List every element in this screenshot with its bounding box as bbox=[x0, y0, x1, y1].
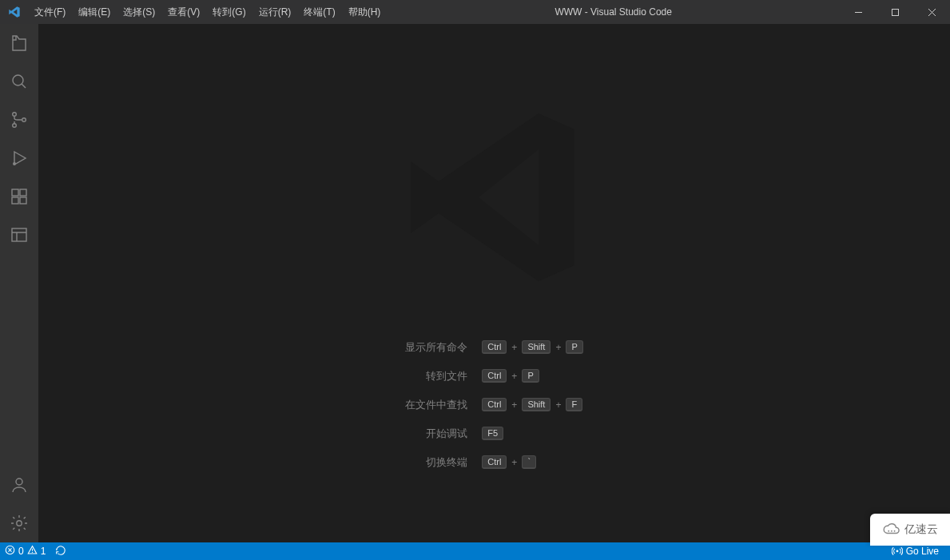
vscode-logo-icon bbox=[0, 6, 28, 18]
cloud-icon bbox=[882, 522, 900, 538]
shortcut-keys: Ctrl+Shift+P bbox=[482, 340, 583, 354]
go-live-label: Go Live bbox=[906, 546, 939, 557]
svg-point-2 bbox=[13, 113, 17, 117]
shortcut-label: 开始调试 bbox=[405, 427, 467, 441]
key: F5 bbox=[482, 427, 503, 440]
menu-go[interactable]: 转到(G) bbox=[206, 0, 252, 24]
svg-rect-6 bbox=[12, 189, 18, 196]
shortcut-label: 在文件中查找 bbox=[405, 398, 467, 412]
svg-rect-8 bbox=[20, 197, 26, 204]
warning-icon bbox=[27, 545, 38, 558]
vscode-watermark-icon bbox=[395, 97, 594, 300]
svg-point-4 bbox=[22, 118, 26, 122]
svg-point-11 bbox=[16, 479, 22, 485]
menu-bar: 文件(F) 编辑(E) 选择(S) 查看(V) 转到(G) 运行(R) 终端(T… bbox=[28, 0, 387, 24]
svg-rect-10 bbox=[12, 228, 26, 241]
svg-point-14 bbox=[32, 552, 33, 553]
menu-file[interactable]: 文件(F) bbox=[28, 0, 72, 24]
svg-point-3 bbox=[13, 124, 17, 128]
source-control-icon[interactable] bbox=[0, 101, 38, 139]
menu-run[interactable]: 运行(R) bbox=[252, 0, 298, 24]
menu-terminal[interactable]: 终端(T) bbox=[297, 0, 341, 24]
maximize-button[interactable] bbox=[876, 0, 913, 24]
key: Ctrl bbox=[482, 455, 507, 469]
key: Ctrl bbox=[482, 340, 507, 354]
svg-point-17 bbox=[891, 530, 892, 531]
svg-point-5 bbox=[13, 162, 16, 165]
shortcut-label: 显示所有命令 bbox=[405, 340, 467, 355]
settings-gear-icon[interactable] bbox=[0, 504, 38, 542]
key: F bbox=[566, 398, 582, 411]
svg-point-15 bbox=[896, 550, 898, 552]
shortcut-label: 切换终端 bbox=[405, 455, 467, 470]
preview-icon[interactable] bbox=[0, 216, 38, 254]
shortcut-keys: Ctrl+` bbox=[482, 455, 583, 469]
extensions-icon[interactable] bbox=[0, 177, 38, 216]
broadcast-icon bbox=[892, 545, 903, 558]
explorer-icon[interactable] bbox=[0, 24, 38, 62]
close-button[interactable] bbox=[913, 0, 950, 24]
svg-rect-9 bbox=[20, 189, 26, 196]
search-icon[interactable] bbox=[0, 62, 38, 101]
menu-help[interactable]: 帮助(H) bbox=[342, 0, 388, 24]
history-icon bbox=[55, 545, 66, 558]
key: Shift bbox=[522, 398, 551, 411]
status-ports-history[interactable] bbox=[50, 542, 71, 560]
menu-edit[interactable]: 编辑(E) bbox=[72, 0, 117, 24]
error-count: 0 bbox=[18, 546, 24, 557]
menu-view[interactable]: 查看(V) bbox=[161, 0, 206, 24]
account-icon[interactable] bbox=[0, 466, 38, 504]
shortcut-keys: Ctrl+P bbox=[482, 369, 583, 383]
minimize-button[interactable] bbox=[840, 0, 876, 24]
key: Ctrl bbox=[482, 369, 507, 383]
status-problems[interactable]: 0 1 bbox=[0, 542, 50, 560]
run-debug-icon[interactable] bbox=[0, 139, 38, 177]
welcome-shortcuts: 显示所有命令 Ctrl+Shift+P 转到文件 Ctrl+P 在文件中查找 C… bbox=[405, 340, 583, 470]
svg-rect-0 bbox=[892, 9, 898, 15]
key: Ctrl bbox=[482, 398, 507, 411]
key: P bbox=[522, 369, 539, 383]
key: ` bbox=[522, 455, 536, 469]
error-icon bbox=[5, 545, 15, 558]
shortcut-label: 转到文件 bbox=[405, 369, 467, 383]
activity-bar bbox=[0, 24, 38, 542]
brand-badge: 亿速云 bbox=[870, 514, 950, 546]
shortcut-keys: F5 bbox=[482, 427, 583, 440]
key: P bbox=[566, 340, 582, 354]
svg-point-16 bbox=[888, 530, 889, 531]
brand-text: 亿速云 bbox=[904, 522, 938, 537]
editor-area: 显示所有命令 Ctrl+Shift+P 转到文件 Ctrl+P 在文件中查找 C… bbox=[38, 24, 950, 542]
titlebar: 文件(F) 编辑(E) 选择(S) 查看(V) 转到(G) 运行(R) 终端(T… bbox=[0, 0, 950, 24]
status-bar: 0 1 Go Live bbox=[0, 542, 950, 560]
svg-point-12 bbox=[17, 521, 22, 526]
menu-select[interactable]: 选择(S) bbox=[117, 0, 161, 24]
window-controls bbox=[840, 0, 950, 24]
key: Shift bbox=[522, 340, 551, 354]
svg-rect-7 bbox=[12, 197, 18, 204]
window-title: WWW - Visual Studio Code bbox=[387, 6, 840, 18]
warning-count: 1 bbox=[41, 546, 46, 557]
svg-point-18 bbox=[894, 530, 896, 531]
shortcut-keys: Ctrl+Shift+F bbox=[482, 398, 583, 411]
